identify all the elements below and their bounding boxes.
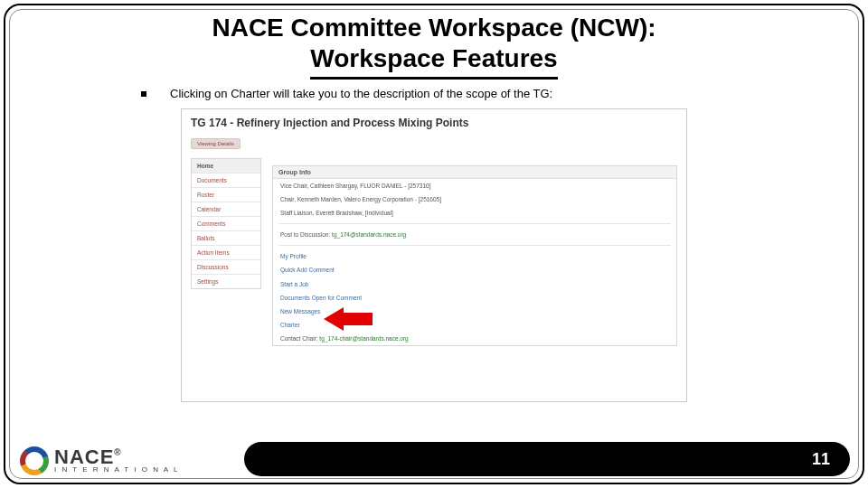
logo-swirl-icon: [20, 446, 49, 475]
link-documents-for-comment[interactable]: Documents Open for Comment: [273, 291, 676, 305]
post-label: Post to Discussion:: [280, 231, 330, 238]
bullet-row: Clicking on Charter will take you to the…: [141, 87, 841, 100]
nace-logo: NACE® I N T E R N A T I O N A L: [20, 446, 179, 475]
bullet-square-icon: [141, 91, 146, 97]
contact-chair-row: Contact Chair: tg_174-chair@standards.na…: [273, 332, 676, 345]
post-email[interactable]: tg_174@standards.nace.org: [332, 231, 406, 238]
link-new-messages[interactable]: New Messages: [273, 305, 676, 318]
title-line-2: Workspace Features: [310, 43, 557, 80]
sidebar-item-settings[interactable]: Settings: [192, 275, 260, 288]
sidebar-item-home[interactable]: Home: [192, 159, 260, 174]
sidebar-item-roster[interactable]: Roster: [192, 188, 260, 202]
sidebar-item-calendar[interactable]: Calendar: [192, 202, 260, 217]
sidebar-item-ballots[interactable]: Ballots: [192, 231, 260, 246]
workspace-sidebar: Home Documents Roster Calendar Comments …: [191, 158, 261, 289]
tg-title: TG 174 - Refinery Injection and Process …: [182, 109, 686, 133]
title-line-1: NACE Committee Workspace (NCW):: [0, 13, 868, 43]
vice-chair-row: Vice Chair, Cathleen Shargay, FLUOR DANI…: [273, 179, 676, 192]
link-charter[interactable]: Charter: [273, 318, 676, 332]
bullet-text: Clicking on Charter will take you to the…: [170, 87, 552, 100]
logo-sub: I N T E R N A T I O N A L: [54, 465, 179, 474]
contact-chair-email[interactable]: tg_174-chair@standards.nace.org: [319, 335, 408, 342]
page-number: 11: [812, 450, 830, 469]
link-quick-add-comment[interactable]: Quick Add Comment: [273, 263, 676, 277]
link-my-profile[interactable]: My Profile: [273, 249, 676, 263]
link-start-a-job[interactable]: Start a Job: [273, 277, 676, 291]
staff-row: Staff Liaison, Everett Bradshaw, [Indivi…: [273, 206, 676, 220]
contact-chair-label: Contact Chair:: [280, 335, 318, 342]
sidebar-item-documents[interactable]: Documents: [192, 174, 260, 188]
footer-bar: 11: [244, 442, 850, 476]
group-info-header: Group Info: [273, 166, 676, 179]
post-row: Post to Discussion: tg_174@standards.nac…: [273, 228, 676, 241]
sidebar-item-discussions[interactable]: Discussions: [192, 260, 260, 275]
embedded-screenshot: TG 174 - Refinery Injection and Process …: [181, 108, 687, 402]
chair-row: Chair, Kenneth Marden, Valero Energy Cor…: [273, 192, 676, 206]
group-info-panel: Group Info Vice Chair, Cathleen Shargay,…: [272, 165, 677, 346]
sidebar-item-comments[interactable]: Comments: [192, 217, 260, 231]
slide-title: NACE Committee Workspace (NCW): Workspac…: [0, 13, 868, 80]
sidebar-item-action-items[interactable]: Action Items: [192, 246, 260, 260]
viewing-details-chip[interactable]: Viewing Details: [191, 138, 241, 149]
logo-brand: NACE®: [54, 448, 179, 466]
